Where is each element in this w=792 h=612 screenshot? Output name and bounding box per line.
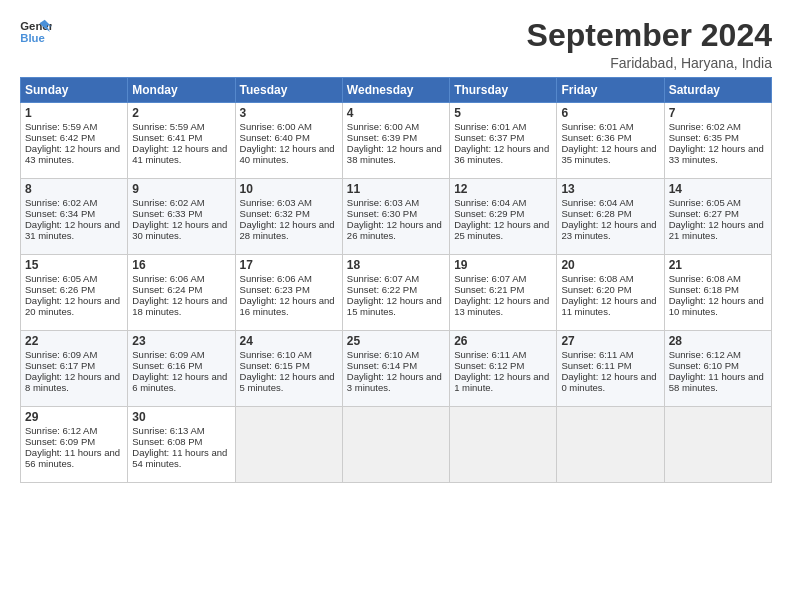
table-row: 23 Sunrise: 6:09 AM Sunset: 6:16 PM Dayl… (128, 331, 235, 407)
table-row: 22 Sunrise: 6:09 AM Sunset: 6:17 PM Dayl… (21, 331, 128, 407)
table-row: 27 Sunrise: 6:11 AM Sunset: 6:11 PM Dayl… (557, 331, 664, 407)
col-wednesday: Wednesday (342, 78, 449, 103)
empty-cell (664, 407, 771, 483)
week-row: 15 Sunrise: 6:05 AM Sunset: 6:26 PM Dayl… (21, 255, 772, 331)
empty-cell (235, 407, 342, 483)
table-row: 25 Sunrise: 6:10 AM Sunset: 6:14 PM Dayl… (342, 331, 449, 407)
empty-cell (342, 407, 449, 483)
table-row: 9 Sunrise: 6:02 AM Sunset: 6:33 PM Dayli… (128, 179, 235, 255)
title-block: September 2024 Faridabad, Haryana, India (527, 18, 772, 71)
table-row: 14 Sunrise: 6:05 AM Sunset: 6:27 PM Dayl… (664, 179, 771, 255)
page-header: General Blue September 2024 Faridabad, H… (20, 18, 772, 71)
week-row: 8 Sunrise: 6:02 AM Sunset: 6:34 PM Dayli… (21, 179, 772, 255)
calendar-page: General Blue September 2024 Faridabad, H… (0, 0, 792, 612)
table-row: 19 Sunrise: 6:07 AM Sunset: 6:21 PM Dayl… (450, 255, 557, 331)
svg-text:General: General (20, 20, 52, 32)
table-row: 10 Sunrise: 6:03 AM Sunset: 6:32 PM Dayl… (235, 179, 342, 255)
table-row: 11 Sunrise: 6:03 AM Sunset: 6:30 PM Dayl… (342, 179, 449, 255)
table-row: 30 Sunrise: 6:13 AM Sunset: 6:08 PM Dayl… (128, 407, 235, 483)
table-row: 18 Sunrise: 6:07 AM Sunset: 6:22 PM Dayl… (342, 255, 449, 331)
table-row: 12 Sunrise: 6:04 AM Sunset: 6:29 PM Dayl… (450, 179, 557, 255)
table-row: 2 Sunrise: 5:59 AM Sunset: 6:41 PM Dayli… (128, 103, 235, 179)
table-row: 15 Sunrise: 6:05 AM Sunset: 6:26 PM Dayl… (21, 255, 128, 331)
week-row: 22 Sunrise: 6:09 AM Sunset: 6:17 PM Dayl… (21, 331, 772, 407)
table-row: 5 Sunrise: 6:01 AM Sunset: 6:37 PM Dayli… (450, 103, 557, 179)
table-row: 1 Sunrise: 5:59 AM Sunset: 6:42 PM Dayli… (21, 103, 128, 179)
week-row: 1 Sunrise: 5:59 AM Sunset: 6:42 PM Dayli… (21, 103, 772, 179)
location: Faridabad, Haryana, India (527, 55, 772, 71)
empty-cell (557, 407, 664, 483)
table-row: 21 Sunrise: 6:08 AM Sunset: 6:18 PM Dayl… (664, 255, 771, 331)
svg-text:Blue: Blue (20, 32, 45, 44)
table-row: 13 Sunrise: 6:04 AM Sunset: 6:28 PM Dayl… (557, 179, 664, 255)
calendar-table: Sunday Monday Tuesday Wednesday Thursday… (20, 77, 772, 483)
table-row: 4 Sunrise: 6:00 AM Sunset: 6:39 PM Dayli… (342, 103, 449, 179)
table-row: 3 Sunrise: 6:00 AM Sunset: 6:40 PM Dayli… (235, 103, 342, 179)
week-row: 29 Sunrise: 6:12 AM Sunset: 6:09 PM Dayl… (21, 407, 772, 483)
table-row: 29 Sunrise: 6:12 AM Sunset: 6:09 PM Dayl… (21, 407, 128, 483)
table-row: 6 Sunrise: 6:01 AM Sunset: 6:36 PM Dayli… (557, 103, 664, 179)
month-title: September 2024 (527, 18, 772, 53)
empty-cell (450, 407, 557, 483)
table-row: 24 Sunrise: 6:10 AM Sunset: 6:15 PM Dayl… (235, 331, 342, 407)
table-row: 8 Sunrise: 6:02 AM Sunset: 6:34 PM Dayli… (21, 179, 128, 255)
table-row: 16 Sunrise: 6:06 AM Sunset: 6:24 PM Dayl… (128, 255, 235, 331)
col-tuesday: Tuesday (235, 78, 342, 103)
table-row: 28 Sunrise: 6:12 AM Sunset: 6:10 PM Dayl… (664, 331, 771, 407)
header-row: Sunday Monday Tuesday Wednesday Thursday… (21, 78, 772, 103)
col-sunday: Sunday (21, 78, 128, 103)
logo: General Blue (20, 18, 52, 46)
table-row: 17 Sunrise: 6:06 AM Sunset: 6:23 PM Dayl… (235, 255, 342, 331)
col-saturday: Saturday (664, 78, 771, 103)
table-row: 20 Sunrise: 6:08 AM Sunset: 6:20 PM Dayl… (557, 255, 664, 331)
col-friday: Friday (557, 78, 664, 103)
logo-icon: General Blue (20, 18, 52, 46)
col-monday: Monday (128, 78, 235, 103)
table-row: 7 Sunrise: 6:02 AM Sunset: 6:35 PM Dayli… (664, 103, 771, 179)
col-thursday: Thursday (450, 78, 557, 103)
table-row: 26 Sunrise: 6:11 AM Sunset: 6:12 PM Dayl… (450, 331, 557, 407)
